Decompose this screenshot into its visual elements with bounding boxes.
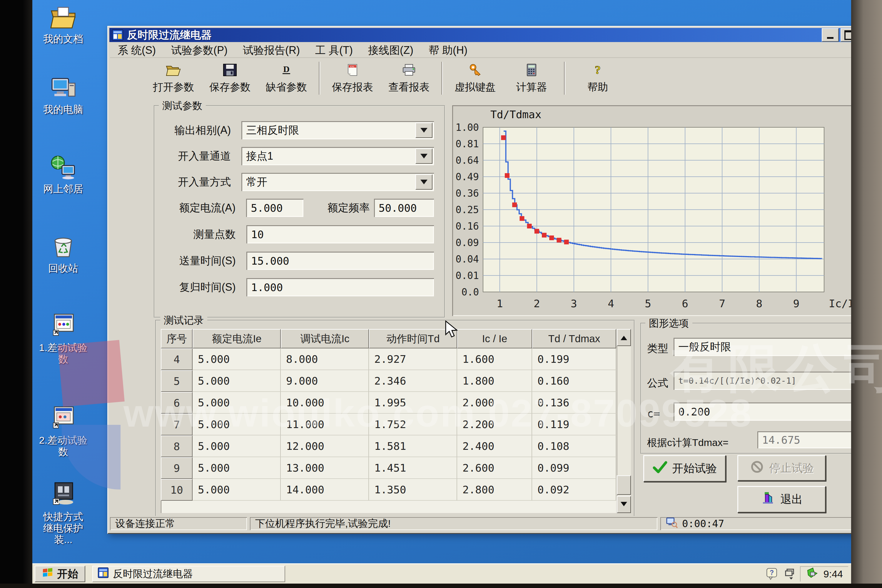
- menu-item-5[interactable]: 帮 助(H): [421, 43, 475, 58]
- svg-text:0.16: 0.16: [456, 220, 479, 232]
- timer-panel: 0:00:47: [660, 517, 878, 530]
- cell: 5.000: [193, 414, 281, 435]
- toolbar-separator: [564, 62, 566, 94]
- app-window: 反时限过流继电器 ✕ 系 统(S)试验参数(P)试验报告(R)工 具(T)接线图…: [107, 26, 881, 534]
- desktop-icon-2[interactable]: 网上邻居: [38, 152, 88, 195]
- graph-options-group: 图形选项 类型 一般反时限 公式 t=0.14c/[(I/Ie)^0.02-1]…: [640, 323, 882, 454]
- desktop-icon-4[interactable]: 1.差动试验数: [38, 310, 88, 365]
- open-folder-icon: [165, 63, 182, 78]
- help-icon: ?: [590, 63, 606, 78]
- svg-text:?: ?: [770, 569, 774, 576]
- menu-item-0[interactable]: 系 统(S): [110, 43, 164, 58]
- tdmax-label: 根据c计算Tdmax=: [647, 436, 729, 450]
- chevron-down-icon[interactable]: [416, 148, 432, 164]
- svg-text:3: 3: [571, 297, 577, 310]
- cell: 1.995: [369, 392, 457, 414]
- measure-points-field[interactable]: 10: [246, 225, 434, 243]
- table-row[interactable]: 75.00011.0001.7522.2000.119: [161, 414, 616, 435]
- minimize-button[interactable]: [822, 28, 839, 42]
- scroll-thumb[interactable]: [617, 476, 631, 495]
- input-channel-select[interactable]: 接点1: [242, 147, 434, 165]
- rated-frequency-field[interactable]: 50.000: [374, 199, 434, 217]
- column-header-2[interactable]: 调试电流Ic: [281, 329, 369, 348]
- start-test-button[interactable]: 开始试验: [643, 455, 726, 482]
- scroll-down-button[interactable]: [617, 496, 631, 513]
- toolbar-button-label: 打开参数: [153, 80, 194, 94]
- svg-text:EXL: EXL: [350, 65, 355, 68]
- toolbar-button-8[interactable]: 计算器: [503, 60, 560, 97]
- desktop-icon-label: 回收站: [38, 262, 88, 274]
- toolbar-button-label: 查看报表: [388, 80, 429, 94]
- toolbar-button-7[interactable]: 虚拟键盘: [447, 60, 503, 97]
- input-mode-select[interactable]: 常开: [242, 173, 434, 191]
- monitor-bezel-right: [851, 0, 882, 588]
- desktop-icon-6[interactable]: 快捷方式 继电保护装...: [38, 479, 88, 545]
- table-row[interactable]: 85.00012.0001.5812.4000.108: [161, 435, 616, 457]
- column-header-3[interactable]: 动作时间Td: [369, 329, 457, 348]
- param-row-measure-points: 测量点数10: [166, 224, 434, 244]
- cell: 5.000: [193, 348, 281, 370]
- menu-item-4[interactable]: 接线图(Z): [360, 43, 421, 58]
- cell: 9.000: [281, 370, 369, 392]
- toolbar-button-10[interactable]: ?帮助: [570, 60, 626, 97]
- system-tray: 9:44: [800, 566, 848, 582]
- desktop: 我的文档我的电脑网上邻居回收站1.差动试验数2.差动试验数快捷方式 继电保护装.…: [32, 0, 851, 584]
- table-row[interactable]: 45.0008.0002.9271.6000.199: [161, 348, 616, 370]
- scroll-up-button[interactable]: [617, 329, 631, 346]
- desktop-icon-3[interactable]: 回收站: [38, 231, 88, 274]
- cell: 5.000: [193, 435, 281, 457]
- menu-item-2[interactable]: 试验报告(R): [235, 43, 308, 58]
- help-bubble-icon[interactable]: ?: [762, 566, 781, 582]
- reset-time-field[interactable]: 1.000: [246, 278, 434, 296]
- menu-item-1[interactable]: 试验参数(P): [164, 43, 235, 58]
- svg-text:0.04: 0.04: [456, 254, 479, 265]
- row-number: 4: [161, 348, 193, 370]
- toolbar-separator: [441, 62, 443, 94]
- chevron-down-icon[interactable]: [416, 123, 432, 138]
- start-button[interactable]: 开始: [35, 566, 85, 582]
- c-value-field[interactable]: 0.200: [674, 402, 881, 421]
- table-row[interactable]: 65.00010.0001.9952.0000.136: [161, 392, 616, 414]
- chevron-down-icon[interactable]: [416, 174, 432, 190]
- toolbar-button-2[interactable]: D缺省参数: [258, 60, 315, 97]
- formula-label: 公式: [647, 376, 668, 390]
- desktop-icon-1[interactable]: 我的电脑: [38, 72, 88, 115]
- toolbar-button-5[interactable]: 查看报表: [381, 60, 437, 97]
- title-bar[interactable]: 反时限过流继电器 ✕: [110, 28, 879, 42]
- table-row[interactable]: 55.0009.0002.3461.8000.160: [161, 370, 616, 392]
- output-phase-value: 三相反时限: [246, 123, 299, 138]
- table-row[interactable]: 105.00014.0001.3502.8000.092: [161, 479, 616, 501]
- svg-text:0.01: 0.01: [456, 270, 479, 281]
- table-scrollbar[interactable]: [617, 329, 631, 513]
- show-desktop-icon[interactable]: [781, 566, 800, 582]
- output-phase-select[interactable]: 三相反时限: [242, 121, 434, 140]
- desktop-icon-5[interactable]: 2.差动试验数: [38, 403, 88, 458]
- svg-text:0.09: 0.09: [456, 237, 479, 248]
- stop-test-button[interactable]: 停止试验: [737, 455, 826, 481]
- calculator-icon: [524, 63, 540, 78]
- column-header-0[interactable]: 序号: [161, 329, 193, 348]
- rated-frequency-label: 额定频率: [316, 201, 370, 215]
- cell: 2.000: [457, 392, 532, 414]
- cell: 1.581: [369, 435, 457, 457]
- curve-type-select[interactable]: 一般反时限: [674, 338, 882, 356]
- desktop-icon-0[interactable]: 我的文档: [38, 2, 88, 45]
- taskbar-item-app[interactable]: 反时限过流继电器: [92, 566, 285, 582]
- rated-current-label: 额定电流(A): [166, 201, 236, 215]
- toolbar-button-0[interactable]: 打开参数: [145, 60, 202, 97]
- toolbar-button-1[interactable]: 保存参数: [202, 60, 258, 97]
- menu-item-3[interactable]: 工 具(T): [308, 43, 360, 58]
- cell: 1.350: [369, 479, 457, 501]
- desktop-icon-label: 我的文档: [38, 33, 88, 45]
- rated-current-field[interactable]: 5.000: [246, 199, 303, 217]
- formula-field[interactable]: t=0.14c/[(I/Ie)^0.02-1]: [674, 372, 881, 390]
- column-header-1[interactable]: 额定电流Ie: [193, 329, 281, 348]
- column-header-4[interactable]: Ic / Ie: [457, 329, 532, 348]
- inject-time-field[interactable]: 15.000: [246, 252, 434, 270]
- exit-button[interactable]: 退出: [737, 486, 826, 513]
- column-header-5[interactable]: Td / Tdmax: [532, 329, 616, 348]
- cell: 0.199: [532, 348, 616, 370]
- toolbar: 打开参数保存参数D缺省参数EXL保存报表查看报表虚拟键盘计算器?帮助: [110, 57, 878, 99]
- table-row[interactable]: 95.00013.0001.4512.6000.099: [161, 457, 616, 479]
- toolbar-button-4[interactable]: EXL保存报表: [324, 60, 381, 97]
